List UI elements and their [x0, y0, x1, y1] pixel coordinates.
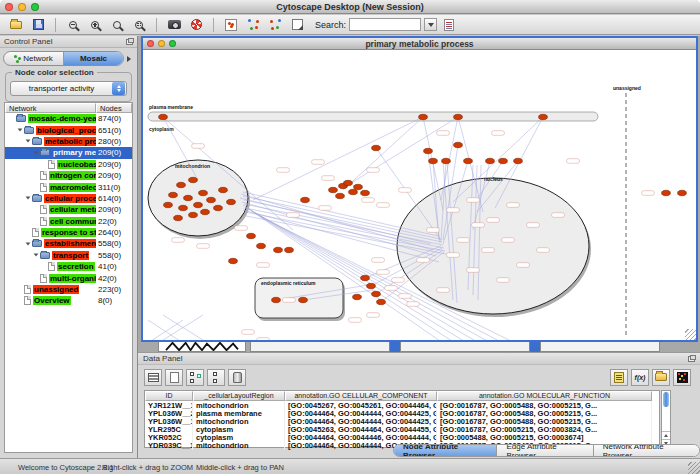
tab-network-attribute-browser[interactable]: Network Attribute Browser	[594, 445, 699, 456]
select-attributes-button[interactable]	[186, 369, 204, 386]
network-node[interactable]	[454, 142, 463, 147]
network-node[interactable]	[201, 209, 210, 214]
background-window-fragment[interactable]	[400, 341, 530, 352]
network-node[interactable]	[678, 190, 687, 195]
network-node[interactable]	[442, 158, 451, 163]
network-node[interactable]	[164, 202, 173, 207]
network-node[interactable]	[214, 205, 223, 210]
search-dropdown-button[interactable]	[424, 18, 437, 31]
attribute-table-button[interactable]	[144, 369, 162, 386]
table-scrollbar[interactable]	[661, 390, 671, 448]
unselect-attributes-button[interactable]	[207, 369, 225, 386]
new-attribute-button[interactable]	[165, 369, 183, 386]
resize-grip[interactable]	[685, 329, 696, 340]
network-tree-row[interactable]: multi-organism pro42(0)	[5, 272, 132, 283]
tree-expander-icon[interactable]	[24, 242, 32, 246]
import-attributes-button[interactable]	[439, 16, 459, 33]
network-node[interactable]	[367, 283, 376, 288]
network-tree-row[interactable]: cell communicat22(0)	[5, 216, 132, 227]
network-tree-row[interactable]: response to stimulu264(0)	[5, 227, 132, 238]
snapshot-button[interactable]	[164, 16, 184, 33]
float-panel-icon[interactable]	[126, 39, 133, 45]
network-node[interactable]	[454, 114, 463, 119]
network-node[interactable]	[336, 193, 345, 198]
network-node[interactable]	[199, 190, 208, 195]
network-node[interactable]	[329, 187, 338, 192]
network-node[interactable]	[419, 114, 428, 119]
tree-expander-icon[interactable]	[24, 139, 32, 143]
node-color-dropdown[interactable]: transporter activity	[10, 81, 127, 96]
zoom-fit-button[interactable]	[129, 16, 149, 33]
network-node[interactable]	[257, 243, 266, 248]
open-file-button[interactable]	[6, 16, 26, 33]
network-node[interactable]	[299, 297, 308, 302]
network-tree-row[interactable]: metabolic process280(0)	[5, 136, 132, 147]
network-node[interactable]	[189, 177, 198, 182]
network-node[interactable]	[486, 158, 495, 163]
network-window-titlebar[interactable]: primary metabolic process	[143, 38, 696, 50]
tree-column-network[interactable]: Network	[5, 103, 96, 113]
network-node[interactable]	[424, 148, 433, 153]
network-node[interactable]	[247, 233, 256, 238]
network-node[interactable]	[344, 180, 353, 185]
network-tree-row[interactable]: biological_process651(0)	[5, 124, 132, 135]
tree-expander-icon[interactable]	[16, 128, 24, 132]
network-node[interactable]	[372, 291, 381, 296]
tab-mosaic[interactable]: Mosaic	[64, 52, 123, 65]
network-node[interactable]	[207, 197, 216, 202]
zoom-out-button[interactable]	[63, 16, 83, 33]
annotation-button[interactable]	[287, 16, 307, 33]
background-window-fragment[interactable]	[530, 341, 540, 352]
network-node[interactable]	[272, 297, 281, 302]
app-titlebar[interactable]: Cytoscape Desktop (New Session)	[0, 0, 700, 14]
network-node[interactable]	[227, 199, 236, 204]
scrollbar-thumb[interactable]	[663, 392, 669, 407]
new-network-button[interactable]	[221, 16, 241, 33]
network-node[interactable]	[377, 299, 386, 304]
tab-edge-attribute-browser[interactable]: Edge Attribute Browser	[497, 445, 593, 456]
network-node[interactable]	[285, 247, 294, 252]
tree-expander-icon[interactable]	[24, 196, 32, 200]
network-tree-row[interactable]: primary metabo209(0)	[5, 147, 132, 158]
heatmap-button[interactable]	[673, 369, 691, 386]
tab-network[interactable]: Network	[4, 52, 64, 65]
network-tree-row[interactable]: macromolecule311(0)	[5, 181, 132, 192]
column-header[interactable]: annotation.GO CELLULAR_COMPONENT	[285, 391, 437, 401]
network-node[interactable]	[194, 202, 203, 207]
background-window-fragment[interactable]	[158, 341, 246, 352]
network-node[interactable]	[361, 275, 370, 280]
network-node[interactable]	[184, 195, 193, 200]
network-node[interactable]	[189, 212, 198, 217]
help-button[interactable]	[186, 16, 206, 33]
column-header[interactable]: annotation.GO MOLECULAR_FUNCTION	[437, 391, 652, 401]
tree-expander-icon[interactable]	[32, 253, 40, 257]
network-node[interactable]	[372, 145, 381, 150]
network-node[interactable]	[301, 197, 310, 202]
network-tree-row[interactable]: transport558(0)	[5, 250, 132, 261]
zoom-selected-button[interactable]	[107, 16, 127, 33]
network-tree-row[interactable]: secretion41(0)	[5, 261, 132, 272]
window-resize-grip[interactable]	[688, 462, 700, 474]
network-node[interactable]	[662, 190, 671, 195]
network-node[interactable]	[219, 187, 228, 192]
network-node[interactable]	[429, 158, 438, 163]
network-node[interactable]	[159, 114, 168, 119]
network-node[interactable]	[514, 158, 523, 163]
network-tree-row[interactable]: establishment of lo558(0)	[5, 238, 132, 249]
attribute-editor-button[interactable]	[610, 369, 628, 386]
network-tree-row[interactable]: cellular process614(0)	[5, 193, 132, 204]
network-tree-row[interactable]: cellular metabo209(0)	[5, 204, 132, 215]
vizmapper-button[interactable]	[243, 16, 263, 33]
network-tree-row[interactable]: unassigned223(0)	[5, 284, 132, 295]
column-header[interactable]: _cellularLayoutRegion	[193, 391, 285, 401]
network-node[interactable]	[464, 158, 473, 163]
float-panel-icon[interactable]	[688, 356, 695, 362]
tab-node-attribute-browser[interactable]: Node Attribute Browser	[394, 445, 497, 456]
scroll-up-button[interactable]	[662, 431, 670, 439]
delete-attribute-button[interactable]	[228, 369, 246, 386]
network-node[interactable]	[274, 247, 283, 252]
network-tree-row[interactable]: mosaic-demo-yeast874(0)	[5, 113, 132, 124]
network-node[interactable]	[174, 215, 183, 220]
network-node[interactable]	[177, 182, 186, 187]
network-canvas[interactable]: plasma membranecytoplasmmitochondrionnuc…	[143, 50, 696, 340]
